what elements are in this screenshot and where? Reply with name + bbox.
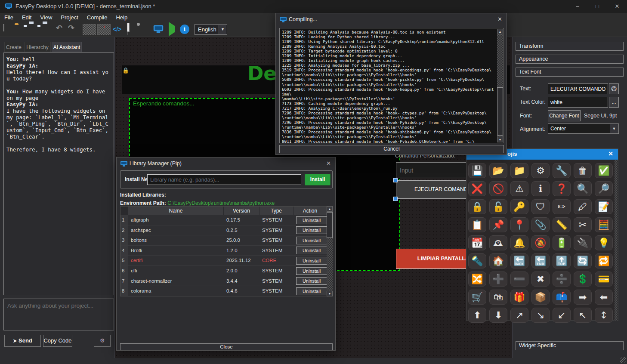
scroll-down-icon[interactable]: ▼ bbox=[497, 137, 503, 142]
wrench-emoji-button[interactable]: 🔧 bbox=[553, 163, 571, 178]
shuffle-arrows-emoji-button[interactable]: 🔀 bbox=[468, 271, 486, 287]
paperclip-emoji-button[interactable]: 📎 bbox=[531, 217, 550, 232]
table-row[interactable]: 8colorama0.4.6SYSTEMUninstall bbox=[120, 286, 332, 296]
repeat-arrows-emoji-button[interactable]: 🔁 bbox=[595, 253, 613, 268]
gear-emoji-button[interactable]: ⚙ bbox=[531, 163, 550, 178]
menu-item-project[interactable]: Project bbox=[56, 13, 82, 22]
info-button[interactable]: i bbox=[180, 25, 189, 34]
library-manager-titlebar[interactable]: Library Manager (Pip) ✕ bbox=[117, 157, 335, 170]
copy-code-button[interactable]: Copy Code bbox=[43, 335, 72, 347]
scroll-up-icon[interactable]: ▲ bbox=[327, 206, 333, 212]
column-header-type[interactable]: Type bbox=[259, 207, 293, 215]
package-emoji-button[interactable]: 📦 bbox=[531, 290, 550, 305]
pushpin-emoji-button[interactable]: 📌 bbox=[489, 217, 507, 232]
library-name-input[interactable] bbox=[147, 174, 301, 185]
run-button[interactable] bbox=[169, 26, 175, 32]
arrow-up-left-emoji-button[interactable]: ↖ bbox=[574, 308, 592, 323]
arrow-down-right-emoji-button[interactable]: ↘ bbox=[531, 308, 550, 323]
log-scrollbar[interactable]: ▲ ▼ bbox=[497, 29, 503, 142]
menu-item-help[interactable]: Help bbox=[111, 13, 132, 22]
tab-hierarchy[interactable]: Hierarchy bbox=[24, 42, 51, 52]
multiply-emoji-button[interactable]: ✖ bbox=[531, 271, 550, 287]
table-row[interactable]: 2archspec0.2.5SYSTEMUninstall bbox=[120, 225, 332, 236]
emoji-scrollbar[interactable] bbox=[615, 160, 618, 321]
cancel-button[interactable]: Cancel bbox=[279, 145, 504, 153]
memo-emoji-button[interactable]: 📝 bbox=[595, 199, 613, 214]
preview-button[interactable] bbox=[154, 25, 163, 33]
language-select[interactable]: English ▼ bbox=[195, 24, 227, 35]
table-row[interactable]: 7charset-normalizer3.4.4SYSTEMUninstall bbox=[120, 276, 332, 287]
send-button[interactable]: ➤ Send bbox=[4, 335, 41, 347]
uninstall-button[interactable]: Uninstall bbox=[296, 277, 327, 285]
uninstall-button[interactable]: Uninstall bbox=[296, 216, 327, 224]
calendar-emoji-button[interactable]: 📆 bbox=[468, 235, 486, 250]
selection-handle-top[interactable] bbox=[393, 178, 398, 182]
scroll-thumb[interactable] bbox=[497, 87, 503, 136]
section-header-transform[interactable]: Transform bbox=[516, 42, 624, 51]
bell-emoji-button[interactable]: 🔔 bbox=[510, 235, 528, 250]
menu-item-edit[interactable]: Edit bbox=[18, 13, 36, 22]
abacus-emoji-button[interactable]: 🧮 bbox=[595, 217, 613, 232]
bell-slash-emoji-button[interactable]: 🔕 bbox=[531, 235, 550, 250]
ai-chat-input[interactable] bbox=[3, 299, 114, 330]
arrow-down-emoji-button[interactable]: ⬇ bbox=[489, 308, 507, 323]
back-arrow-emoji-button[interactable]: 🔙 bbox=[510, 253, 528, 268]
section-header-appearance[interactable]: Appearance bbox=[516, 55, 624, 64]
round-pushpin-emoji-button[interactable]: 📍 bbox=[510, 217, 528, 232]
divide-emoji-button[interactable]: ➗ bbox=[553, 271, 571, 287]
change-font-button[interactable]: Change Font bbox=[548, 110, 581, 121]
table-row[interactable]: 6cffi2.0.0SYSTEMUninstall bbox=[120, 266, 332, 276]
menu-item-file[interactable]: File bbox=[0, 13, 18, 22]
key-emoji-button[interactable]: 🔑 bbox=[510, 199, 528, 214]
redo-button[interactable]: ↷ bbox=[68, 24, 74, 32]
close-icon[interactable]: ✕ bbox=[608, 150, 613, 157]
tab-create[interactable]: Create bbox=[4, 42, 23, 52]
arrow-up-right-emoji-button[interactable]: ↗ bbox=[510, 308, 528, 323]
flashlight-emoji-button[interactable]: 🔦 bbox=[468, 253, 486, 268]
column-header-version[interactable]: Version bbox=[224, 207, 259, 215]
code-view-button[interactable]: </> bbox=[113, 26, 121, 33]
locked-emoji-button[interactable]: 🔒 bbox=[468, 199, 486, 214]
close-dialog-button[interactable]: Close bbox=[120, 343, 333, 350]
minimize-button[interactable]: – bbox=[568, 0, 587, 13]
uninstall-button[interactable]: Uninstall bbox=[296, 247, 327, 254]
color-picker-button[interactable]: ... bbox=[609, 97, 619, 108]
arrow-up-down-emoji-button[interactable]: ↕ bbox=[595, 308, 613, 323]
information-emoji-button[interactable]: ℹ bbox=[531, 181, 550, 196]
install-button[interactable]: Install bbox=[305, 174, 330, 185]
table-row[interactable]: 1altgraph0.17.5SYSTEMUninstall bbox=[120, 215, 332, 225]
dollar-emoji-button[interactable]: 💲 bbox=[574, 271, 592, 287]
plus-emoji-button[interactable]: ➕ bbox=[489, 271, 507, 287]
menu-item-view[interactable]: View bbox=[36, 13, 56, 22]
scissors-emoji-button[interactable]: ✂ bbox=[574, 217, 592, 232]
shopping-cart-emoji-button[interactable]: 🛒 bbox=[468, 290, 486, 305]
scroll-thumb[interactable] bbox=[327, 212, 333, 238]
section-header-text-font[interactable]: Text Font bbox=[516, 68, 624, 77]
table-scrollbar[interactable]: ▲ ▼ bbox=[327, 206, 333, 296]
house-emoji-button[interactable]: 🏠 bbox=[489, 253, 507, 268]
close-icon[interactable]: ✕ bbox=[326, 160, 331, 167]
ruler-emoji-button[interactable]: 📏 bbox=[553, 217, 571, 232]
uninstall-button[interactable]: Uninstall bbox=[296, 226, 327, 234]
question-mark-emoji-button[interactable]: ❓ bbox=[553, 181, 571, 196]
end-arrow-emoji-button[interactable]: 🔚 bbox=[531, 253, 550, 268]
table-row[interactable]: 3boltons25.0.0SYSTEMUninstall bbox=[120, 235, 332, 246]
warning-emoji-button[interactable]: ⚠ bbox=[510, 181, 528, 196]
shopping-bags-emoji-button[interactable]: 🛍 bbox=[489, 290, 507, 305]
widget-specific-header[interactable]: Widget Specific bbox=[516, 341, 624, 350]
uninstall-button[interactable]: Uninstall bbox=[296, 237, 327, 244]
magnifier-left-emoji-button[interactable]: 🔍 bbox=[574, 181, 592, 196]
selection-handle-bottom[interactable] bbox=[393, 197, 398, 201]
open-folder-emoji-button[interactable]: 📂 bbox=[489, 163, 507, 178]
undo-button[interactable]: ↶ bbox=[56, 24, 62, 32]
ai-settings-button[interactable]: ⚙ bbox=[94, 335, 111, 347]
cross-mark-emoji-button[interactable]: ❌ bbox=[468, 181, 486, 196]
mailbox-emoji-button[interactable]: 📫 bbox=[553, 290, 571, 305]
console-log-button[interactable] bbox=[127, 24, 129, 31]
table-row[interactable]: 5certifi2025.11.12COREUninstall bbox=[120, 256, 332, 266]
arrow-right-emoji-button[interactable]: ➡ bbox=[574, 290, 592, 305]
text-color-input[interactable] bbox=[548, 97, 608, 108]
new-file-button[interactable] bbox=[3, 25, 4, 31]
arrow-up-emoji-button[interactable]: ⬆ bbox=[468, 308, 486, 323]
prohibited-emoji-button[interactable]: 🚫 bbox=[489, 181, 507, 196]
